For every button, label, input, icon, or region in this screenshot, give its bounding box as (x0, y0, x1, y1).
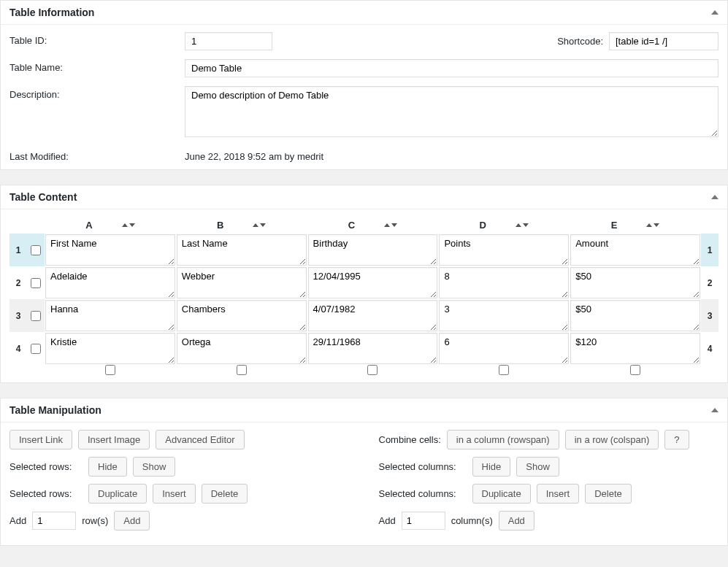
panel-header: Table Information (1, 1, 727, 25)
column-header-b: B (176, 217, 307, 234)
shortcode-label: Shortcode: (557, 36, 603, 47)
cell-input[interactable] (570, 234, 700, 266)
row-number-right: 1 (701, 234, 719, 266)
selected-rows-label-2: Selected rows: (9, 488, 83, 499)
insert-link-button[interactable]: Insert Link (9, 430, 72, 450)
show-rows-button[interactable]: Show (133, 457, 176, 477)
cell-input[interactable] (570, 267, 700, 298)
cell-input[interactable] (177, 300, 307, 331)
delete-rows-button[interactable]: Delete (202, 484, 248, 504)
column-label: C (348, 220, 355, 231)
column-label: A (85, 220, 92, 231)
table-grid: ABCDE11223344 (9, 217, 719, 375)
cell-input[interactable] (177, 333, 307, 364)
cell-input[interactable] (45, 267, 175, 298)
rowspan-button[interactable]: in a column (rowspan) (447, 430, 559, 450)
cell-input[interactable] (308, 234, 438, 266)
add-cols-prefix: Add (379, 515, 396, 526)
colspan-button[interactable]: in a row (colspan) (565, 430, 659, 450)
selected-rows-label: Selected rows: (9, 461, 83, 472)
table-content-panel: Table Content ABCDE11223344 (0, 185, 728, 383)
hide-columns-button[interactable]: Hide (472, 457, 511, 477)
sort-asc-icon[interactable] (122, 223, 128, 227)
row-number-right: 3 (701, 299, 719, 332)
sort-asc-icon[interactable] (516, 223, 521, 227)
cell-input[interactable] (308, 333, 438, 364)
table-id-label: Table ID: (9, 32, 185, 46)
column-select-checkbox[interactable] (105, 365, 115, 375)
column-label: D (480, 220, 486, 231)
row-number-right: 2 (701, 266, 719, 299)
insert-columns-button[interactable]: Insert (537, 484, 580, 504)
add-rows-button[interactable]: Add (114, 511, 150, 531)
sort-asc-icon[interactable] (646, 223, 652, 227)
description-textarea[interactable] (185, 86, 719, 137)
cell-input[interactable] (570, 300, 700, 331)
table-name-input[interactable] (185, 59, 719, 77)
cell-input[interactable] (570, 333, 700, 364)
hide-rows-button[interactable]: Hide (88, 457, 127, 477)
row-number-right: 4 (701, 332, 719, 365)
column-header-d: D (438, 217, 570, 234)
add-cols-button[interactable]: Add (499, 511, 534, 531)
insert-image-button[interactable]: Insert Image (78, 430, 150, 450)
row-select-checkbox[interactable] (31, 278, 41, 288)
sort-asc-icon[interactable] (384, 223, 390, 227)
sort-desc-icon[interactable] (654, 223, 659, 227)
cell-input[interactable] (308, 300, 438, 331)
last-modified-value: June 22, 2018 9:52 am by medrit (185, 148, 719, 162)
row-number: 1 (9, 234, 27, 266)
add-rows-input[interactable] (32, 512, 76, 530)
add-rows-suffix: row(s) (82, 515, 108, 526)
add-cols-input[interactable] (402, 512, 445, 530)
cell-input[interactable] (177, 234, 307, 266)
delete-columns-button[interactable]: Delete (585, 484, 632, 504)
panel-header: Table Content (1, 185, 727, 209)
sort-desc-icon[interactable] (260, 223, 266, 227)
cell-input[interactable] (45, 333, 175, 364)
row-number: 3 (9, 299, 27, 332)
insert-rows-button[interactable]: Insert (153, 484, 196, 504)
column-select-checkbox[interactable] (499, 365, 509, 375)
table-id-input[interactable] (185, 32, 272, 50)
shortcode-display[interactable] (609, 32, 719, 50)
sort-desc-icon[interactable] (391, 223, 397, 227)
cell-input[interactable] (45, 300, 175, 331)
row-select-checkbox[interactable] (31, 344, 41, 354)
row-select-checkbox[interactable] (31, 311, 41, 321)
column-label: B (217, 220, 223, 231)
duplicate-columns-button[interactable]: Duplicate (472, 484, 531, 504)
column-header-e: E (570, 217, 701, 234)
column-select-checkbox[interactable] (237, 365, 247, 375)
table-manipulation-panel: Table Manipulation Insert Link Insert Im… (0, 398, 728, 546)
panel-header: Table Manipulation (1, 398, 727, 423)
cell-input[interactable] (177, 267, 307, 298)
cell-input[interactable] (439, 300, 569, 331)
cell-input[interactable] (439, 234, 569, 266)
collapse-toggle-icon[interactable] (711, 10, 719, 15)
cell-input[interactable] (45, 234, 175, 266)
panel-title: Table Manipulation (9, 404, 101, 416)
row-select-checkbox[interactable] (31, 245, 41, 255)
show-columns-button[interactable]: Show (516, 457, 559, 477)
sort-desc-icon[interactable] (523, 223, 529, 227)
duplicate-rows-button[interactable]: Duplicate (88, 484, 147, 504)
cell-input[interactable] (439, 267, 569, 298)
sort-desc-icon[interactable] (129, 223, 135, 227)
collapse-toggle-icon[interactable] (711, 408, 719, 412)
cell-input[interactable] (439, 333, 569, 364)
advanced-editor-button[interactable]: Advanced Editor (156, 430, 244, 450)
selected-columns-label: Selected columns: (379, 461, 467, 472)
selected-columns-label-2: Selected columns: (379, 488, 467, 499)
column-label: E (611, 220, 618, 231)
sort-asc-icon[interactable] (253, 223, 258, 227)
table-name-label: Table Name: (9, 59, 185, 73)
combine-help-button[interactable]: ? (664, 430, 689, 450)
cell-input[interactable] (308, 267, 438, 298)
collapse-toggle-icon[interactable] (711, 195, 719, 199)
column-select-checkbox[interactable] (367, 365, 378, 375)
column-header-a: A (45, 217, 176, 234)
description-label: Description: (9, 86, 185, 100)
column-header-c: C (307, 217, 439, 234)
column-select-checkbox[interactable] (630, 365, 640, 375)
